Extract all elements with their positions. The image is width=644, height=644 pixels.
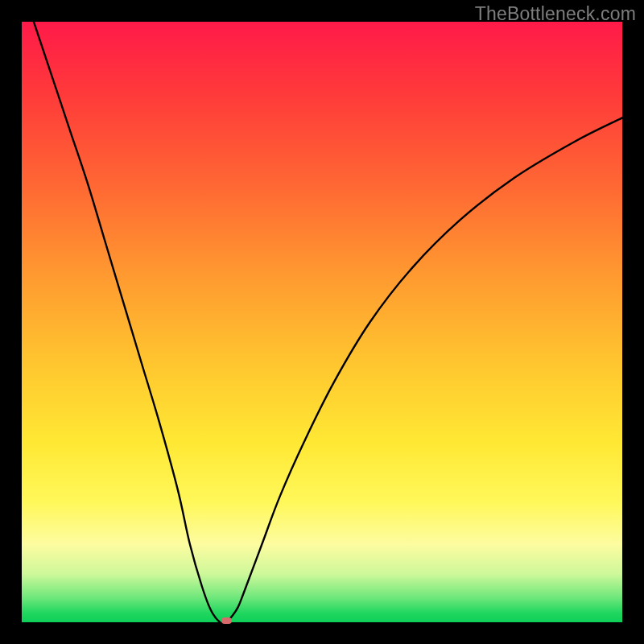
bottleneck-curve (22, 22, 622, 622)
optimal-marker (221, 617, 232, 624)
watermark-text: TheBottleneck.com (475, 3, 636, 25)
plot-area (22, 22, 622, 622)
chart-frame: TheBottleneck.com (0, 0, 644, 644)
curve-path (34, 22, 622, 622)
